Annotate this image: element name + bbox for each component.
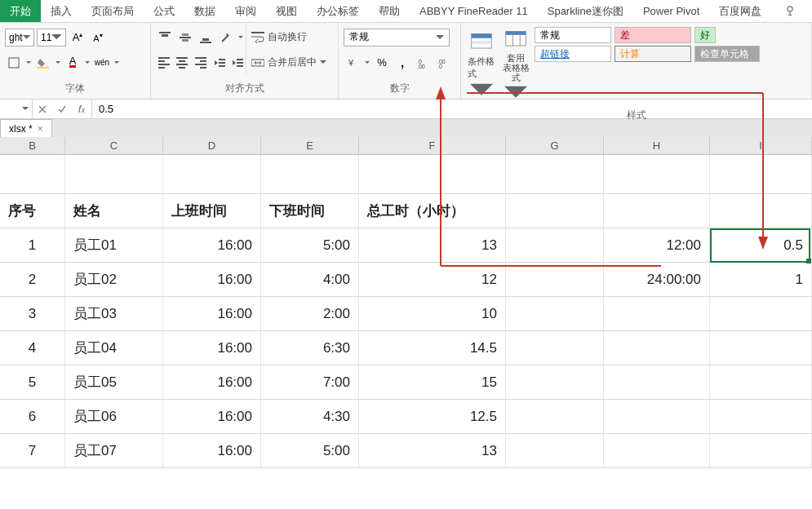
cell[interactable]: 员工07 <box>65 434 163 467</box>
merge-center-button[interactable]: 合并后居中 <box>251 55 333 69</box>
cell[interactable] <box>65 155 163 193</box>
cell[interactable]: 上班时间 <box>163 194 261 228</box>
font-color-dropdown[interactable] <box>84 61 91 64</box>
align-center-icon[interactable] <box>175 54 191 72</box>
cell[interactable] <box>604 331 710 365</box>
cell[interactable] <box>506 155 604 193</box>
cell[interactable] <box>506 331 604 365</box>
align-middle-icon[interactable] <box>176 29 194 46</box>
cell[interactable]: 7:00 <box>261 365 359 399</box>
cell[interactable] <box>710 155 812 193</box>
font-color-icon[interactable]: A <box>64 54 82 72</box>
phonetic-dropdown[interactable] <box>113 61 120 64</box>
tab-home[interactable]: 开始 <box>0 0 41 22</box>
cell-style-hyperlink[interactable]: 超链接 <box>535 46 611 62</box>
align-bottom-icon[interactable] <box>197 29 215 46</box>
increase-decimal-icon[interactable]: .0.00 <box>414 54 432 72</box>
cell[interactable]: 16:00 <box>163 434 261 467</box>
percent-format-icon[interactable]: % <box>373 54 391 72</box>
cell[interactable]: 员工02 <box>65 263 163 296</box>
tell-me-icon[interactable] <box>771 0 809 22</box>
cell-style-normal[interactable]: 常规 <box>535 27 611 43</box>
tab-data[interactable]: 数据 <box>184 0 225 22</box>
col-header-c[interactable]: C <box>65 137 163 154</box>
col-header-b[interactable]: B <box>0 137 65 154</box>
cell[interactable] <box>604 155 710 193</box>
cell[interactable] <box>710 194 812 228</box>
tab-office[interactable]: 办公标签 <box>307 0 369 22</box>
cell[interactable]: 16:00 <box>163 263 261 296</box>
cell[interactable]: 员工03 <box>65 297 163 330</box>
orientation-icon[interactable] <box>217 29 235 46</box>
tab-baidu[interactable]: 百度网盘 <box>709 0 771 22</box>
cell[interactable] <box>506 297 604 330</box>
decrease-decimal-icon[interactable]: .00.0 <box>434 54 452 72</box>
cell[interactable] <box>710 400 812 433</box>
cell[interactable]: 12.5 <box>359 400 506 433</box>
indent-decrease-icon[interactable] <box>211 54 228 72</box>
tab-sparkline[interactable]: Sparkline迷你图 <box>538 0 633 22</box>
cell[interactable]: 2:00 <box>261 297 359 330</box>
col-header-e[interactable]: E <box>261 137 359 154</box>
cell[interactable] <box>604 434 710 467</box>
cell[interactable] <box>710 434 812 467</box>
insert-function-icon[interactable]: fx <box>72 100 91 118</box>
border-dropdown[interactable] <box>25 61 32 64</box>
cell[interactable]: 13 <box>359 228 506 262</box>
increase-font-icon[interactable]: A▴ <box>69 29 87 46</box>
accounting-dropdown[interactable] <box>364 61 371 64</box>
cell[interactable] <box>710 331 812 365</box>
cell[interactable]: 姓名 <box>65 194 163 228</box>
cell[interactable]: 总工时（小时） <box>359 194 506 228</box>
cell[interactable]: 12:00 <box>604 228 710 262</box>
cell[interactable]: 2 <box>0 263 65 296</box>
accounting-format-icon[interactable]: ¥ <box>344 54 362 72</box>
cell-style-calc[interactable]: 计算 <box>615 46 691 62</box>
cell[interactable]: 序号 <box>0 194 65 228</box>
cell[interactable]: 1 <box>0 228 65 262</box>
cell[interactable] <box>710 297 812 330</box>
cell[interactable]: 员工05 <box>65 365 163 399</box>
tab-help[interactable]: 帮助 <box>369 0 410 22</box>
cell[interactable]: 3 <box>0 297 65 330</box>
accept-formula-icon[interactable] <box>52 100 72 118</box>
cell[interactable] <box>604 297 710 330</box>
cell[interactable]: 员工04 <box>65 331 163 365</box>
cell[interactable]: 6:30 <box>261 331 359 365</box>
col-header-h[interactable]: H <box>604 137 710 154</box>
cell[interactable]: 1 <box>710 263 812 296</box>
border-icon[interactable] <box>5 54 23 72</box>
cell[interactable]: 5:00 <box>261 228 359 262</box>
cell[interactable]: 0.5 <box>710 228 812 262</box>
cell[interactable]: 4 <box>0 331 65 365</box>
cell[interactable]: 10 <box>359 297 506 330</box>
cell[interactable]: 16:00 <box>163 331 261 365</box>
cell[interactable]: 24:00:00 <box>604 263 710 296</box>
cell[interactable] <box>604 365 710 399</box>
cell[interactable] <box>506 365 604 399</box>
fill-color-dropdown[interactable] <box>55 61 61 64</box>
cell[interactable]: 5:00 <box>261 434 359 467</box>
tab-review[interactable]: 审阅 <box>225 0 266 22</box>
cell[interactable]: 16:00 <box>163 365 261 399</box>
align-left-icon[interactable] <box>156 54 172 72</box>
wrap-text-button[interactable]: 自动换行 <box>251 30 333 44</box>
font-name-select[interactable]: ght <box>5 29 34 46</box>
cell[interactable]: 15 <box>359 365 506 399</box>
cell[interactable] <box>359 155 506 193</box>
fill-color-icon[interactable] <box>34 54 52 72</box>
cell[interactable]: 4:00 <box>261 263 359 296</box>
cell[interactable]: 14.5 <box>359 331 506 365</box>
phonetic-icon[interactable]: wén <box>93 54 111 72</box>
cell[interactable] <box>506 263 604 296</box>
col-header-i[interactable]: I <box>710 137 812 154</box>
cell-style-good[interactable]: 好 <box>694 27 716 43</box>
decrease-font-icon[interactable]: A▾ <box>89 29 107 46</box>
cell[interactable]: 13 <box>359 434 506 467</box>
tab-powerpivot[interactable]: Power Pivot <box>633 0 709 22</box>
conditional-format-button[interactable]: 条件格式 <box>466 25 497 107</box>
tab-layout[interactable]: 页面布局 <box>82 0 144 22</box>
col-header-d[interactable]: D <box>163 137 261 154</box>
cell[interactable]: 16:00 <box>163 297 261 330</box>
cell[interactable]: 12 <box>359 263 506 296</box>
